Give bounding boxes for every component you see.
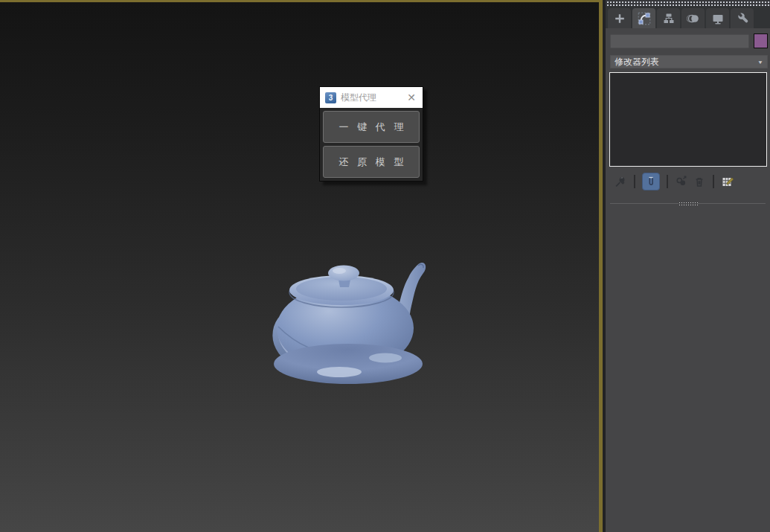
chevron-down-icon: ▼	[757, 59, 763, 64]
3dsmax-logo-icon: 3	[325, 92, 336, 103]
close-icon[interactable]: ✕	[405, 92, 417, 103]
panel-drag-grip[interactable]	[606, 0, 770, 6]
toolbar-separator	[667, 175, 668, 188]
pushpin-icon	[614, 175, 627, 188]
modifier-list-dropdown[interactable]: 修改器列表 ▼	[610, 55, 768, 68]
model-proxy-dialog: 3 模型代理 ✕ 一 键 代 理 还 原 模 型	[319, 86, 423, 182]
hierarchy-icon	[662, 12, 676, 25]
restore-model-button[interactable]: 还 原 模 型	[323, 146, 420, 178]
object-name-input[interactable]	[610, 34, 749, 48]
pin-stack-button[interactable]	[613, 174, 628, 189]
show-end-result-toggle[interactable]	[642, 173, 660, 190]
make-unique-button[interactable]	[674, 174, 689, 189]
rollout-divider	[608, 199, 768, 207]
test-tube-icon	[645, 176, 657, 188]
dialog-titlebar[interactable]: 3 模型代理 ✕	[320, 87, 423, 108]
wrench-icon	[736, 12, 749, 25]
rollout-resize-grip[interactable]	[678, 201, 698, 206]
teapot-model[interactable]	[265, 254, 443, 388]
monitor-icon	[711, 12, 725, 25]
tab-create[interactable]	[608, 8, 631, 28]
application-window: 3 模型代理 ✕ 一 键 代 理 还 原 模 型	[0, 0, 770, 532]
modifier-stack-toolbar	[606, 172, 770, 191]
plus-icon	[613, 12, 626, 25]
configure-modifier-sets-button[interactable]	[720, 174, 735, 189]
motion-circles-icon	[687, 12, 700, 25]
tab-modify[interactable]	[632, 8, 655, 28]
object-name-row	[606, 28, 770, 48]
remove-modifier-button[interactable]	[692, 174, 707, 189]
modifier-list-label: 修改器列表	[615, 56, 659, 68]
dialog-body: 一 键 代 理 还 原 模 型	[320, 108, 423, 181]
tab-hierarchy[interactable]	[657, 8, 680, 28]
make-unique-icon	[675, 175, 688, 188]
tab-utilities[interactable]	[731, 8, 754, 28]
3d-viewport[interactable]: 3 模型代理 ✕ 一 键 代 理 还 原 模 型	[0, 0, 603, 532]
trash-icon	[693, 175, 706, 188]
tab-display[interactable]	[706, 8, 729, 28]
tab-motion[interactable]	[681, 8, 705, 28]
modifier-stack-list[interactable]	[609, 72, 767, 167]
teapot-render	[265, 254, 443, 388]
dialog-title: 模型代理	[341, 92, 401, 104]
command-panel-tabs	[606, 6, 770, 28]
command-panel: 修改器列表 ▼	[606, 0, 770, 532]
toolbar-separator	[713, 175, 714, 188]
object-color-swatch[interactable]	[754, 33, 768, 48]
tab-row-spacer	[755, 8, 770, 28]
modify-bezier-icon	[638, 12, 651, 25]
toolbar-separator	[634, 175, 635, 188]
grid-pencil-icon	[721, 175, 734, 188]
one-click-proxy-button[interactable]: 一 键 代 理	[323, 111, 420, 143]
